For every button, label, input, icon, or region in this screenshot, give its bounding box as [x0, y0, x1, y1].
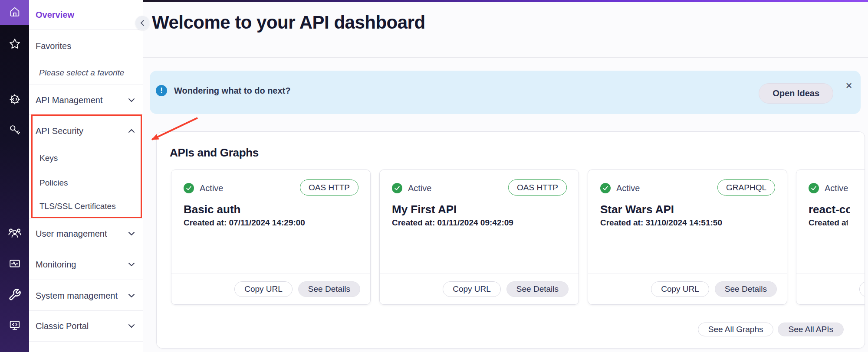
- star-icon: [8, 37, 21, 52]
- close-icon[interactable]: ×: [843, 80, 855, 91]
- divider: [29, 29, 143, 30]
- api-card-title: Star Wars API: [600, 203, 674, 216]
- api-card-created-at: Created at: 01/11/2024 09:42:09: [392, 218, 513, 228]
- sidebar-item-overview[interactable]: Overview: [29, 9, 143, 21]
- api-type-badge: GRAPHQL: [717, 179, 775, 196]
- copy-url-button[interactable]: Copy URL: [859, 281, 865, 297]
- check-circle-icon: [600, 183, 611, 193]
- api-type-badge: OAS HTTP: [300, 179, 358, 196]
- divider: [143, 57, 868, 58]
- home-icon: [8, 5, 21, 20]
- see-details-button[interactable]: See Details: [715, 281, 777, 297]
- see-all-actions: See All Graphs See All APIs: [698, 323, 844, 336]
- check-circle-icon: [184, 183, 194, 193]
- sidebar-item-api-security[interactable]: API Security: [29, 125, 143, 137]
- apis-and-graphs-section: APIs and Graphs Active OAS HTTP Basic au…: [156, 131, 865, 349]
- api-card-star-wars-api: Active GRAPHQL Star Wars API Created at:…: [588, 169, 787, 305]
- page: Overview Favorites Please select a favor…: [0, 0, 868, 352]
- status-badge: Active: [184, 183, 223, 193]
- divider: [29, 249, 143, 249]
- see-all-apis-button[interactable]: See All APIs: [778, 323, 844, 336]
- see-all-graphs-button[interactable]: See All Graphs: [698, 323, 774, 336]
- chevron-down-icon[interactable]: [128, 290, 135, 302]
- sidebar-item-favorites[interactable]: Favorites: [29, 40, 143, 52]
- info-banner: ! Wondering what to do next? Open Ideas …: [150, 71, 861, 114]
- key-icon: [8, 124, 21, 138]
- see-details-button[interactable]: See Details: [506, 281, 569, 297]
- api-card-title: My First API: [392, 203, 457, 216]
- rail-item-classic-portal[interactable]: [0, 319, 29, 332]
- chevron-down-icon[interactable]: [128, 258, 135, 271]
- check-circle-icon: [392, 183, 402, 193]
- status-badge: Active: [809, 183, 848, 193]
- icon-rail: [0, 0, 29, 352]
- status-label: Active: [825, 183, 848, 193]
- status-label: Active: [408, 183, 431, 193]
- card-footer: Copy URL See Details: [588, 274, 787, 304]
- rail-item-api-management[interactable]: [0, 94, 29, 107]
- info-icon: !: [156, 85, 167, 96]
- api-card-created-at: Created at:: [809, 218, 848, 228]
- chevron-down-icon[interactable]: [128, 94, 135, 106]
- chevron-up-icon[interactable]: [128, 125, 135, 137]
- divider: [29, 341, 143, 342]
- rail-item-user-management[interactable]: [0, 227, 29, 240]
- api-card-basic-auth: Active OAS HTTP Basic auth Created at: 0…: [171, 169, 371, 305]
- open-ideas-button[interactable]: Open Ideas: [759, 83, 833, 104]
- page-title: Welcome to your API dashboard: [152, 12, 425, 33]
- rail-item-system-management[interactable]: [0, 289, 29, 302]
- divider: [29, 310, 143, 311]
- monitor-pulse-icon: [8, 257, 21, 272]
- sidebar-item-monitoring[interactable]: Monitoring: [29, 258, 143, 271]
- chevron-down-icon[interactable]: [128, 228, 135, 240]
- api-card-title: react-co: [809, 203, 850, 216]
- sidebar: Overview Favorites Please select a favor…: [29, 0, 143, 352]
- divider: [29, 114, 143, 115]
- api-card-list: Active OAS HTTP Basic auth Created at: 0…: [171, 169, 865, 305]
- api-card-my-first-api: Active OAS HTTP My First API Created at:…: [379, 169, 579, 305]
- api-card-title: Basic auth: [184, 203, 241, 216]
- monitor-code-icon: [8, 319, 21, 333]
- card-footer: Copy URL See Details: [796, 274, 865, 304]
- sidebar-item-policies[interactable]: Policies: [29, 177, 143, 189]
- top-accent-bar: [143, 0, 868, 2]
- sidebar-item-api-management[interactable]: API Management: [29, 94, 143, 106]
- api-card-created-at: Created at: 31/10/2024 14:51:50: [600, 218, 722, 228]
- favorites-empty-hint: Please select a favorite: [29, 67, 143, 79]
- rail-item-api-security[interactable]: [0, 124, 29, 137]
- check-circle-icon: [809, 183, 819, 193]
- sidebar-collapse-button[interactable]: [135, 16, 150, 30]
- users-icon: [8, 226, 22, 241]
- sidebar-item-keys[interactable]: Keys: [29, 152, 143, 164]
- copy-url-button[interactable]: Copy URL: [443, 281, 501, 297]
- divider: [29, 85, 143, 85]
- chevron-down-icon[interactable]: [128, 320, 135, 332]
- card-footer: Copy URL See Details: [380, 274, 579, 304]
- sidebar-item-tls-ssl-certificates[interactable]: TLS/SSL Certificates: [29, 200, 143, 212]
- banner-message: Wondering what to do next?: [174, 86, 291, 96]
- see-details-button[interactable]: See Details: [298, 281, 360, 297]
- divider: [29, 218, 143, 218]
- sidebar-item-classic-portal[interactable]: Classic Portal: [29, 320, 143, 332]
- rail-item-home[interactable]: [0, 6, 29, 19]
- sidebar-item-system-management[interactable]: System management: [29, 290, 143, 302]
- copy-url-button[interactable]: Copy URL: [651, 281, 709, 297]
- status-label: Active: [616, 183, 640, 193]
- api-card-created-at: Created at: 07/11/2024 14:29:00: [184, 218, 305, 228]
- status-label: Active: [200, 183, 223, 193]
- card-footer: Copy URL See Details: [171, 274, 370, 304]
- copy-url-button[interactable]: Copy URL: [234, 281, 293, 297]
- section-title: APIs and Graphs: [170, 146, 259, 160]
- chevron-left-icon: [140, 20, 145, 26]
- gear-code-icon: [8, 93, 21, 108]
- status-badge: Active: [392, 183, 431, 193]
- rail-item-favorites[interactable]: [0, 38, 29, 51]
- divider: [29, 280, 143, 280]
- sidebar-item-user-management[interactable]: User management: [29, 228, 143, 240]
- api-type-badge: OAS HTTP: [508, 179, 567, 196]
- api-card-react-co: Active react-co Created at: Copy URL See…: [796, 169, 865, 305]
- rail-item-monitoring[interactable]: [0, 258, 29, 271]
- status-badge: Active: [600, 183, 640, 193]
- wrench-icon: [8, 288, 21, 303]
